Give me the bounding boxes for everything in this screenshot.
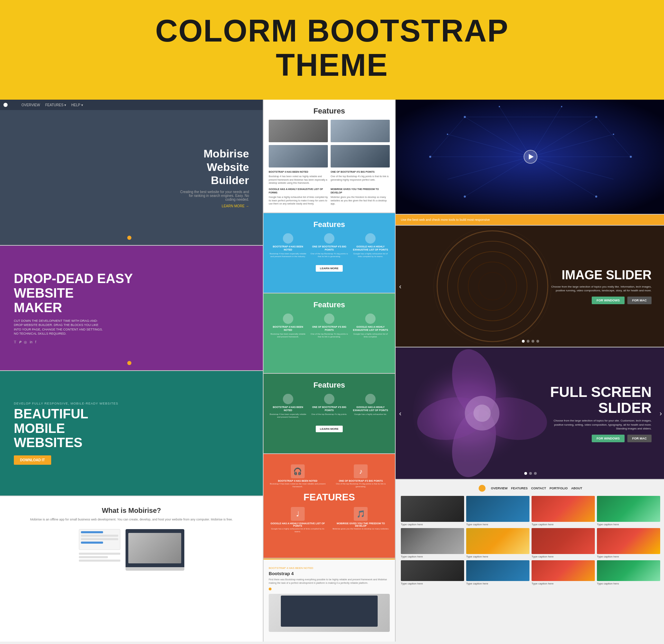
play-button[interactable] [524, 150, 537, 164]
slider-buttons: FOR WINDOWS FOR MAC [548, 297, 652, 304]
twitter-icon[interactable]: 𝕋 [14, 340, 16, 344]
svg-point-20 [630, 156, 632, 158]
gallery-img-2-2[interactable] [466, 528, 529, 554]
gallery-item-1-4: Type caption here [597, 496, 660, 526]
music-icon: 🎵 [354, 507, 368, 521]
pinterest-icon[interactable]: 𝙋 [19, 340, 21, 344]
slider-dot-1[interactable] [522, 340, 525, 343]
music-note-icon: ♪ [354, 464, 368, 478]
gallery-nav-overview[interactable]: OVERVIEW [491, 487, 507, 490]
gallery-nav-contact[interactable]: CONTACT [531, 487, 546, 490]
nav-help[interactable]: HELP ▾ [71, 103, 83, 107]
gallery-item-3-4: Typo caption hero [597, 560, 660, 585]
features-darkgreen-cols: BOOTSTRAP 4 HAS BEEN NOTED Bootstrap 4 h… [269, 394, 390, 419]
nav-overview[interactable]: OVERVIEW [21, 103, 40, 107]
fullscreen-description: Choose from the large selection of topic… [544, 419, 652, 430]
svg-point-23 [499, 106, 500, 107]
fullscreen-dots [524, 472, 537, 475]
gallery-nav-portfolio[interactable]: PORTFOLIO [550, 487, 568, 490]
fullscreen-buttons: FOR WINDOWS FOR MAC [544, 435, 652, 442]
blue-learn-more-btn[interactable]: LEARN MORE [316, 265, 343, 272]
linkedin-icon[interactable]: in [30, 340, 33, 344]
teal-subtitle: DEVELOP FULLY RESPONSIVE, MOBILE-READY W… [14, 402, 118, 405]
gallery-img-2-4[interactable] [597, 528, 660, 554]
image-slider-panel: ‹ IMAGE SLIDER Choose from the large sel… [396, 226, 664, 347]
teal-title: BEAUTIFULMOBILEWEBSITES [14, 407, 118, 450]
bootstrap-title: Bootstrap 4 [269, 571, 390, 576]
purple-content: DROP-DEAD EASYWEBSITEMAKER CUT DOWN THE … [14, 272, 133, 344]
features-blue-cols: BOOTSTRAP 4 HAS BEEN NOTED Bootstrap 4 h… [269, 233, 390, 258]
feature-text-2: ONE OF BOOTSTRAP 4'S BIG POINTS One of t… [331, 170, 390, 185]
what-is-desc: Mobirise is an offline app for small bus… [10, 517, 252, 522]
gallery-img-2-1[interactable] [401, 528, 464, 554]
bootstrap-panel: BOOTSTRAP 4 HAS BEEN NOTED Bootstrap 4 F… [264, 559, 395, 642]
page-title: COLORM BOOTSTRAP THEME [7, 14, 657, 82]
fullscreen-dot-3[interactable] [534, 472, 537, 475]
gallery-img-3-1[interactable] [401, 560, 464, 581]
fullscreen-dot-1[interactable] [524, 472, 527, 475]
fullscreen-dot-2[interactable] [529, 472, 532, 475]
gallery-img-1-2[interactable] [466, 496, 529, 522]
fullscreen-windows-btn[interactable]: FOR WINDOWS [592, 435, 625, 442]
bootstrap-subtitle: BOOTSTRAP 4 HAS BEEN NOTED [269, 566, 390, 570]
features-white-panel: Features BOOTSTRAP 4 HAS BEEN NOTED Boot… [264, 100, 395, 212]
gallery-img-1-1[interactable] [401, 496, 464, 522]
left-column: OVERVIEW FEATURES ▾ HELP ▾ MobiriseWebsi… [0, 100, 263, 642]
slider-mac-btn[interactable]: FOR MAC [627, 297, 652, 304]
gallery-nav-features[interactable]: FEATURES [511, 487, 528, 490]
gallery-nav-logo [479, 485, 486, 492]
nav-features[interactable]: FEATURES ▾ [45, 103, 66, 107]
gallery-img-1-3[interactable] [532, 496, 595, 522]
slider-dot-2[interactable] [527, 340, 529, 343]
title-line1: COLORM BOOTSTRAP [155, 13, 509, 48]
feature-texts: BOOTSTRAP 4 HAS BEEN NOTED Bootstrap 4 h… [269, 170, 390, 206]
gallery-img-3-4[interactable] [597, 560, 660, 581]
hero-text-block: MobiriseWebsiteBuilder Creating the best… [180, 147, 249, 208]
slider-dot-3[interactable] [532, 340, 534, 343]
gallery-nav-about[interactable]: ABOUT [571, 487, 582, 490]
purple-desc: CUT DOWN THE DEVELOPMENT TIME WITH DRAG-… [14, 319, 104, 336]
headphones-icon: 🎧 [291, 464, 305, 478]
feature-green-icon-1 [283, 314, 293, 324]
bootstrap-text: First there was Bootstrap making everyth… [269, 578, 390, 585]
slider-dot-4[interactable] [536, 340, 539, 343]
main-grid: OVERVIEW FEATURES ▾ HELP ▾ MobiriseWebsi… [0, 100, 664, 642]
teal-content: DEVELOP FULLY RESPONSIVE, MOBILE-READY W… [14, 402, 118, 465]
purple-title: DROP-DEAD EASYWEBSITEMAKER [14, 272, 133, 315]
learn-more-link[interactable]: LEARN MORE → [180, 204, 249, 208]
mockup-text-area [79, 553, 120, 562]
text-row-1 [79, 553, 120, 555]
fullscreen-prev-btn[interactable]: ‹ [399, 409, 402, 417]
download-button[interactable]: DOWNLOAD IT [14, 455, 51, 465]
gallery-item-1-3: Type caption here [532, 496, 595, 526]
slider-dots [522, 340, 539, 343]
fullscreen-next-btn[interactable]: › [660, 409, 662, 417]
feature-blue-col-1: BOOTSTRAP 4 HAS BEEN NOTED Bootstrap 4 h… [269, 233, 307, 258]
fullscreen-content: FULL SCREENSLIDER Choose from the large … [544, 384, 652, 442]
facebook-icon[interactable]: f [35, 340, 36, 344]
slider-windows-btn[interactable]: FOR WINDOWS [592, 297, 625, 304]
gallery-item-3-1: Type caption here [401, 560, 464, 585]
gallery-caption-2-4: Type caption here [597, 555, 660, 558]
right-column: Use the best web and check more tools to… [396, 100, 664, 642]
dg-btn-container: LEARN MORE [269, 422, 390, 432]
screen-content [126, 529, 184, 567]
feature-text-1: BOOTSTRAP 4 HAS BEEN NOTED Bootstrap 4 h… [269, 170, 328, 185]
svg-point-19 [429, 156, 431, 158]
gallery-img-3-2[interactable] [466, 560, 529, 581]
feature-green-col-3: GOOGLE HAS A HIGHLY EXHAUSTIVE LIST OF P… [351, 314, 390, 338]
orange-item-1: 🎧 BOOTSTRAP 4 HAS BEEN NOTED Bootstrap 4… [269, 464, 327, 488]
gallery-img-1-4[interactable] [597, 496, 660, 522]
instagram-icon[interactable]: ◎ [24, 340, 27, 344]
fullscreen-mac-btn[interactable]: FOR MAC [627, 435, 652, 442]
slider-prev-btn[interactable]: ‹ [399, 282, 402, 290]
purple-panel: DROP-DEAD EASYWEBSITEMAKER CUT DOWN THE … [0, 246, 263, 370]
gallery-img-2-3[interactable] [532, 528, 595, 554]
svg-point-26 [613, 134, 614, 135]
svg-point-22 [595, 196, 597, 198]
features-orange-panel: 🎧 BOOTSTRAP 4 HAS BEEN NOTED Bootstrap 4… [264, 454, 395, 558]
fullscreen-slider-panel: ‹ › FULL SCREENSLIDER Choose from the la… [396, 347, 664, 479]
orange-item-4: 🎵 MOBIRISE GIVES YOU THE FREEDOM TO DEVE… [332, 507, 390, 533]
dg-learn-more-btn[interactable]: LEARN MORE [316, 426, 343, 432]
gallery-img-3-3[interactable] [532, 560, 595, 581]
